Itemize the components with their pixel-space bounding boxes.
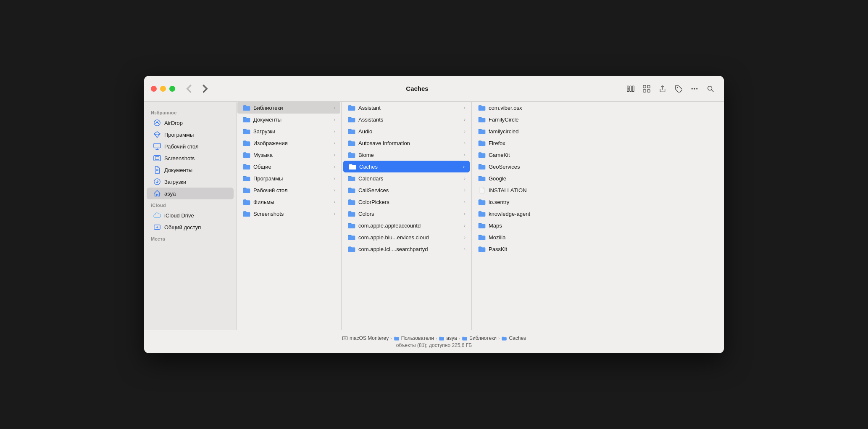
breadcrumb-item[interactable]: Библиотеки: [462, 335, 497, 341]
svg-point-11: [708, 86, 712, 90]
svg-rect-2: [632, 86, 634, 91]
panel-mid-row[interactable]: Autosave Information ›: [342, 137, 471, 149]
panel-mid-row[interactable]: CallServices ›: [342, 184, 471, 196]
sidebar-item-downloads[interactable]: Загрузки: [147, 176, 234, 188]
panel-left-row[interactable]: Загрузки ›: [237, 125, 340, 137]
panel-right-row[interactable]: knowledge-agent: [473, 208, 723, 220]
panel-mid-row[interactable]: Biome ›: [342, 149, 471, 161]
svg-rect-15: [154, 143, 160, 148]
sidebar-item-documents[interactable]: Документы: [147, 164, 234, 176]
sidebar-item-icloud-share[interactable]: Общий доступ: [147, 221, 234, 233]
sidebar-item-icloud-drive[interactable]: iCloud Drive: [147, 209, 234, 221]
svg-point-8: [692, 88, 693, 89]
panel-mid-row[interactable]: Caches ›: [343, 161, 470, 172]
sidebar-item-label: Загрузки: [164, 179, 227, 185]
folder-icon: [347, 128, 356, 135]
maximize-button[interactable]: [169, 86, 175, 92]
breadcrumb-item[interactable]: Caches: [501, 335, 526, 341]
panel-left-row[interactable]: Библиотеки ›: [237, 102, 340, 114]
panel-right-row[interactable]: Maps: [473, 220, 723, 231]
panel-right-row[interactable]: com.viber.osx: [473, 102, 723, 114]
sidebar-item-label: Программы: [164, 132, 227, 138]
panel-right-row[interactable]: GeoServices: [473, 161, 723, 172]
folder-icon: [478, 151, 486, 158]
chevron-icon: ›: [334, 152, 335, 157]
panel-right-row[interactable]: familycircled: [473, 125, 723, 137]
file-name: ColorPickers: [358, 199, 461, 205]
panel-left-row[interactable]: Общие ›: [237, 161, 340, 172]
panel-mid-row[interactable]: ColorPickers ›: [342, 196, 471, 208]
panel-mid-row[interactable]: Colors ›: [342, 208, 471, 220]
panel-mid-row[interactable]: Assistants ›: [342, 114, 471, 125]
panel-mid-row[interactable]: com.apple.blu...ervices.cloud ›: [342, 231, 471, 243]
folder-icon: [478, 128, 486, 135]
file-name: CallServices: [358, 187, 461, 193]
panel-left-row[interactable]: Рабочий стол ›: [237, 184, 340, 196]
breadcrumb-item[interactable]: asya: [439, 335, 457, 341]
panel-right-row[interactable]: Firefox: [473, 137, 723, 149]
footer: macOS Monterey› Пользователи› asya› Библ…: [144, 330, 724, 353]
panel-mid-row[interactable]: com.apple.icl....searchpartyd ›: [342, 243, 471, 255]
back-button[interactable]: [184, 83, 195, 95]
folder-icon: [242, 163, 251, 170]
chevron-icon: ›: [464, 199, 466, 204]
panel-right-row[interactable]: Google: [473, 172, 723, 184]
svg-rect-18: [154, 156, 160, 161]
minimize-button[interactable]: [160, 86, 166, 92]
panel-right-row[interactable]: FamilyCircle: [473, 114, 723, 125]
folder-icon: [478, 104, 486, 111]
chevron-icon: ›: [464, 246, 466, 252]
sidebar-item-screenshots[interactable]: Screenshots: [147, 152, 234, 164]
chevron-icon: ›: [464, 223, 466, 228]
file-name: Изображения: [253, 140, 331, 146]
panel-left-row[interactable]: Фильмы ›: [237, 196, 340, 208]
panel-mid-row[interactable]: Assistant ›: [342, 102, 471, 114]
panel-left-row[interactable]: Документы ›: [237, 114, 340, 125]
window-title: Caches: [214, 85, 621, 92]
panel-right-row[interactable]: Mozilla: [473, 231, 723, 243]
panel-left-row[interactable]: Программы ›: [237, 172, 340, 184]
folder-icon: [242, 116, 251, 123]
panel-left-row[interactable]: Изображения ›: [237, 137, 340, 149]
more-button[interactable]: [688, 82, 701, 95]
grid-view-button[interactable]: [640, 82, 653, 95]
chevron-icon: ›: [464, 129, 466, 134]
breadcrumb-item[interactable]: macOS Monterey: [342, 335, 389, 341]
panel-left-row[interactable]: Screenshots ›: [237, 208, 340, 220]
folder-bc-icon: [501, 336, 507, 341]
tag-button[interactable]: [672, 82, 685, 95]
folder-bc-icon: [439, 336, 445, 341]
panel-mid-row[interactable]: com.apple.appleaccountd ›: [342, 220, 471, 231]
screenshots-icon: [153, 154, 161, 162]
chevron-icon: ›: [464, 117, 466, 122]
icloud-label: iCloud: [144, 199, 236, 209]
forward-button[interactable]: [199, 83, 210, 95]
close-button[interactable]: [151, 86, 157, 92]
share-button[interactable]: [656, 82, 669, 95]
column-view-button[interactable]: [624, 82, 637, 95]
sidebar-item-desktop[interactable]: Рабочий стол: [147, 140, 234, 152]
folder-icon: [478, 199, 486, 205]
chevron-icon: ›: [464, 235, 466, 240]
panel-right-row[interactable]: PassKit: [473, 243, 723, 255]
sidebar-item-asya[interactable]: asya: [147, 188, 234, 199]
breadcrumb-item[interactable]: Пользователи: [394, 335, 434, 341]
file-name: Colors: [358, 211, 461, 217]
panel-left-row[interactable]: Музыка ›: [237, 149, 340, 161]
sidebar-item-airdrop[interactable]: AirDrop: [147, 117, 234, 129]
folder-icon: [242, 128, 251, 135]
panel-mid-row[interactable]: Calendars ›: [342, 172, 471, 184]
search-button[interactable]: [704, 82, 717, 95]
svg-rect-3: [643, 85, 646, 87]
drive-icon: [342, 335, 348, 341]
sidebar-item-apps[interactable]: Программы: [147, 129, 234, 140]
apps-icon: [153, 131, 161, 138]
panel-right-row[interactable]: INSTALLATION: [473, 184, 723, 196]
file-name: knowledge-agent: [489, 211, 718, 217]
panel-right-row[interactable]: io.sentry: [473, 196, 723, 208]
desktop-icon: [153, 143, 161, 150]
folder-bc-icon: [394, 336, 400, 341]
folder-icon: [242, 151, 251, 158]
panel-right-row[interactable]: GameKit: [473, 149, 723, 161]
panel-mid-row[interactable]: Audio ›: [342, 125, 471, 137]
